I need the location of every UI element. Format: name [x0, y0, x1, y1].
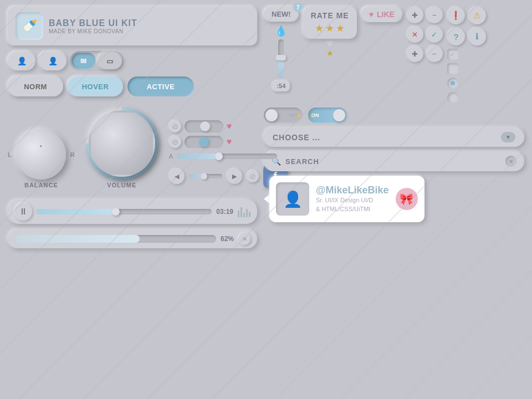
cancel-icon-2[interactable]: ⊘ [169, 136, 181, 148]
radio-dot [451, 81, 455, 85]
radio-2[interactable] [447, 92, 458, 103]
profile-section: 👤 @MikeLikeBike Sr. UI/IX Design UI/D & … [264, 176, 524, 222]
icon-buttons-section: ✚ − ✕ ✓ ✚ − [407, 7, 443, 62]
v-slider-track[interactable] [278, 39, 284, 78]
left-column: 🍼 BABY BLUE UI KIT MADE BY MIKE DONOVAN … [8, 7, 257, 392]
star-3[interactable]: ★ [336, 22, 345, 34]
h-slider-2[interactable] [185, 136, 223, 148]
volume-slider-track[interactable] [189, 174, 222, 178]
tab-group: ✉ ▭ [70, 51, 124, 71]
balance-label: BALANCE [24, 182, 58, 188]
download-percent: 62% [221, 235, 234, 243]
font-small-label: A [169, 153, 173, 160]
active-button[interactable]: ACTIVE [127, 76, 194, 96]
alert-info-icon[interactable]: ℹ [468, 28, 486, 45]
app-subtitle: MADE BY MIKE DONOVAN [49, 28, 137, 34]
font-slider-thumb [215, 152, 223, 160]
alert-error-icon[interactable]: ❗ [447, 7, 465, 24]
avatar: 👤 [276, 182, 309, 216]
plus-button-1[interactable]: ✚ [407, 7, 423, 23]
search-label: SEARCH [285, 157, 501, 166]
toggle-on[interactable]: ON ⚡ [308, 108, 347, 123]
volume-ring [86, 108, 158, 180]
tab-row: 👤 👤 ✉ ▭ [8, 51, 257, 71]
star-1[interactable]: ★ [315, 22, 324, 34]
check-button-1[interactable]: ✓ [426, 26, 443, 43]
slider-thumb-1 [200, 121, 210, 131]
eq-bar-3 [243, 213, 245, 217]
profile-username: @MikeLikeBike [316, 185, 389, 196]
callout-tail [325, 41, 334, 47]
hover-button[interactable]: HOVER [68, 76, 123, 96]
progress-track[interactable] [37, 209, 212, 214]
profile-role-1: Sr. UI/IX Design UI/D [316, 196, 389, 204]
eq-bar-1 [238, 211, 239, 217]
stars: ★ ★ ★ [315, 22, 345, 34]
alert-warning-icon[interactable]: ⚠ [468, 7, 486, 24]
toggles-row: OFF ⚡ ON ⚡ [264, 108, 524, 123]
radio-1[interactable] [447, 78, 458, 89]
pause-button[interactable]: ⏸ [14, 203, 32, 221]
tab-user2[interactable]: 👤 [39, 52, 66, 70]
toggle-on-knob [333, 109, 345, 121]
eq-bars [238, 206, 250, 217]
volume-slider-fill [189, 174, 202, 178]
small-star-1[interactable]: ★ [326, 49, 334, 58]
plus-button-2[interactable]: ✚ [407, 45, 423, 62]
balance-knob[interactable] [16, 130, 66, 180]
checkbox-1[interactable]: ✓ [447, 49, 458, 60]
rate-area: RATE ME ★ ★ ★ [303, 7, 357, 39]
toggle-off[interactable]: OFF ⚡ [264, 108, 303, 123]
like-label: LIKE [377, 10, 395, 19]
new-section: NEW! 7 💧 :54 [264, 7, 299, 91]
tab-mail[interactable]: ✉ [71, 53, 96, 69]
eq-bar-5 [249, 212, 250, 217]
search-bar[interactable]: 🔍 SEARCH ✕ [264, 151, 524, 171]
fast-forward-button[interactable]: ▶ [227, 168, 242, 184]
alert-question-icon[interactable]: ? [447, 28, 465, 45]
close-button-1[interactable]: ✕ [407, 26, 423, 43]
tab-user1[interactable]: 👤 [8, 52, 35, 70]
icon-grid-top: ✚ − ✕ ✓ ✚ − [407, 7, 443, 62]
rewind-button[interactable]: ◀ [169, 168, 185, 184]
download-track[interactable] [14, 235, 216, 243]
search-close-button[interactable]: ✕ [505, 156, 516, 167]
logo-text: BABY BLUE UI KIT MADE BY MIKE DONOVAN [49, 18, 137, 34]
norm-button[interactable]: NORM [8, 76, 63, 96]
new-badge[interactable]: NEW! 7 [264, 7, 299, 22]
bolt-icon-off: ⚡ [296, 113, 301, 118]
alerts-section: ❗ ⚠ ? ℹ ✓ [447, 7, 486, 103]
time-badge: :54 [272, 80, 290, 91]
balance-knob-lr: L R [8, 130, 75, 180]
like-button[interactable]: ♥ LIKE [361, 7, 402, 22]
download-close-button[interactable]: ✕ [238, 233, 250, 245]
right-label: R [70, 151, 75, 158]
balance-knob-container: L R BALANCE [8, 130, 75, 188]
choose-dropdown[interactable]: CHOOSE ... ▼ [264, 127, 524, 147]
badge-count: 7 [293, 2, 303, 12]
cancel-icon-1[interactable]: ⊘ [169, 120, 181, 132]
new-badge-wrap: NEW! 7 [264, 7, 299, 22]
logo-icon: 🍼 [16, 12, 43, 40]
minus-button-1[interactable]: − [426, 7, 443, 23]
profile-info: @MikeLikeBike Sr. UI/IX Design UI/D & HT… [316, 185, 389, 213]
star-2[interactable]: ★ [325, 22, 334, 34]
tab-tablet[interactable]: ▭ [98, 53, 122, 69]
radio-item-2 [447, 92, 486, 103]
radio-item-1 [447, 78, 486, 89]
checkbox-2[interactable] [447, 63, 458, 74]
font-slider-track[interactable] [177, 154, 277, 159]
media-cancel[interactable]: ⊘ [247, 170, 259, 182]
minus-button-2[interactable]: − [426, 45, 443, 62]
toggle-on-row: ON ⚡ [308, 108, 347, 123]
toggle-off-knob [265, 109, 278, 121]
h-slider-1[interactable] [185, 120, 223, 132]
checkbox-item-1: ✓ [447, 49, 486, 60]
toggle-off-row: OFF ⚡ [264, 108, 303, 123]
heart-icon-2: ♥ [227, 137, 232, 147]
profile-gift-icon: 🎀 [396, 188, 418, 210]
volume-knob[interactable] [89, 110, 155, 177]
eq-bar-4 [246, 209, 248, 217]
volume-knob-container: VOLUME [86, 108, 158, 188]
profile-role-2: & HTML/CSS/UiTMI [316, 205, 389, 213]
